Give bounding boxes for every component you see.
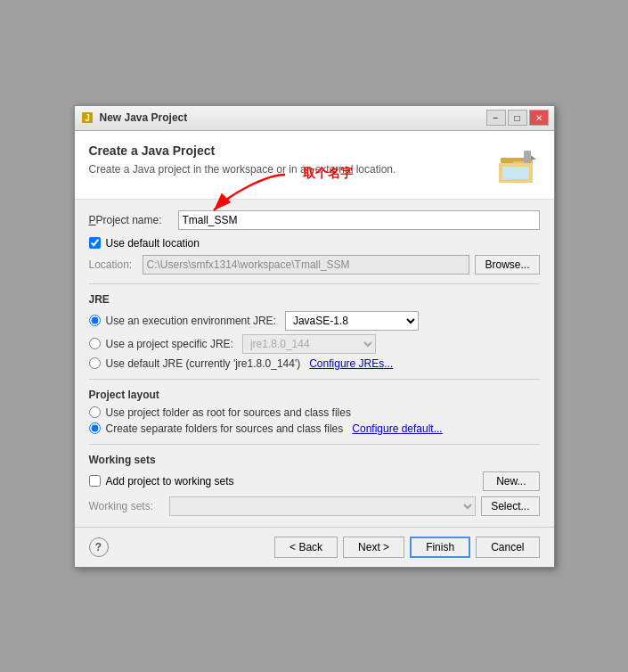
dialog-description: Create a Java project in the workspace o… <box>89 163 488 176</box>
default-location-checkbox[interactable] <box>89 237 101 249</box>
browse-button[interactable]: Browse... <box>475 255 539 275</box>
project-name-input[interactable] <box>178 210 540 230</box>
dialog-header: Create a Java Project Create a Java proj… <box>75 131 554 200</box>
titlebar: J New Java Project − □ ✕ <box>75 106 554 131</box>
working-sets-title: Working sets <box>89 454 540 466</box>
header-icon <box>497 143 540 186</box>
divider-1 <box>89 283 540 284</box>
location-input[interactable] <box>143 255 470 275</box>
default-location-row: Use default location <box>89 237 540 250</box>
add-working-set-label[interactable]: Add project to working sets <box>106 475 234 488</box>
layout-option2-label[interactable]: Create separate folders for sources and … <box>106 422 344 435</box>
jre-option1-select[interactable]: JavaSE-1.8 <box>285 311 419 331</box>
location-row: Location: Browse... <box>89 255 540 275</box>
working-sets-label: Working sets: <box>89 500 169 512</box>
layout-option2-row: Create separate folders for sources and … <box>89 422 540 435</box>
project-name-label-underline: P <box>89 214 96 226</box>
layout-option1-radio[interactable] <box>89 406 101 418</box>
window-title: New Java Project <box>100 111 486 124</box>
add-working-set-checkbox[interactable] <box>89 475 101 487</box>
finish-button[interactable]: Finish <box>410 537 470 558</box>
divider-3 <box>89 444 540 445</box>
configure-default-link[interactable]: Configure default... <box>352 422 442 435</box>
layout-option2-radio[interactable] <box>89 422 101 434</box>
jre-option3-label[interactable]: Use default JRE (currently 'jre1.8.0_144… <box>106 357 301 370</box>
divider-2 <box>89 379 540 380</box>
jre-section-title: JRE <box>89 293 540 306</box>
header-text: Create a Java Project Create a Java proj… <box>89 143 488 176</box>
svg-rect-6 <box>502 167 529 179</box>
jre-option2-radio[interactable] <box>89 338 101 349</box>
jre-option1-radio[interactable] <box>89 315 101 326</box>
window-controls: − □ ✕ <box>486 110 549 126</box>
dialog-footer: ? < Back Next > Finish Cancel <box>75 527 554 567</box>
jre-option2-label[interactable]: Use a project specific JRE: <box>106 338 233 350</box>
svg-text:J: J <box>85 113 90 123</box>
jre-option1-row: Use an execution environment JRE: JavaSE… <box>89 311 540 331</box>
next-button[interactable]: Next > <box>343 537 404 558</box>
maximize-button[interactable]: □ <box>508 110 527 126</box>
cancel-button[interactable]: Cancel <box>476 537 539 558</box>
dialog-window: J New Java Project − □ ✕ Create a Java P… <box>74 105 555 568</box>
default-location-label[interactable]: Use default location <box>106 237 200 250</box>
jre-option2-row: Use a project specific JRE: jre1.8.0_144 <box>89 334 540 354</box>
location-label: Location: <box>89 258 143 271</box>
help-button[interactable]: ? <box>89 537 109 557</box>
svg-rect-7 <box>524 151 531 163</box>
select-button[interactable]: Select... <box>481 496 539 516</box>
jre-option2-select[interactable]: jre1.8.0_144 <box>242 334 376 354</box>
configure-jres-link[interactable]: Configure JREs... <box>309 357 393 370</box>
working-sets-row: Working sets: Select... <box>89 496 540 516</box>
layout-option1-label[interactable]: Use project folder as root for sources a… <box>106 406 351 419</box>
dialog-icon: J <box>80 111 94 125</box>
jre-option3-radio[interactable] <box>89 357 101 369</box>
minimize-button[interactable]: − <box>486 110 506 126</box>
new-button[interactable]: New... <box>483 471 539 491</box>
close-button[interactable]: ✕ <box>529 110 549 126</box>
project-name-row: PProject name: 取个名字 <box>89 210 540 230</box>
layout-option1-row: Use project folder as root for sources a… <box>89 406 540 419</box>
working-sets-select[interactable] <box>169 496 477 516</box>
dialog-body: PProject name: 取个名字 Use default location… <box>75 200 554 527</box>
project-name-label-text: Project name: <box>96 214 162 226</box>
project-layout-title: Project layout <box>89 389 540 401</box>
dialog-title: Create a Java Project <box>89 143 488 158</box>
working-sets-section: Working sets Add project to working sets… <box>89 454 540 516</box>
project-name-label: PProject name: <box>89 214 178 226</box>
jre-option1-label[interactable]: Use an execution environment JRE: <box>106 315 276 327</box>
jre-option3-row: Use default JRE (currently 'jre1.8.0_144… <box>89 357 540 370</box>
back-button[interactable]: < Back <box>274 537 338 558</box>
